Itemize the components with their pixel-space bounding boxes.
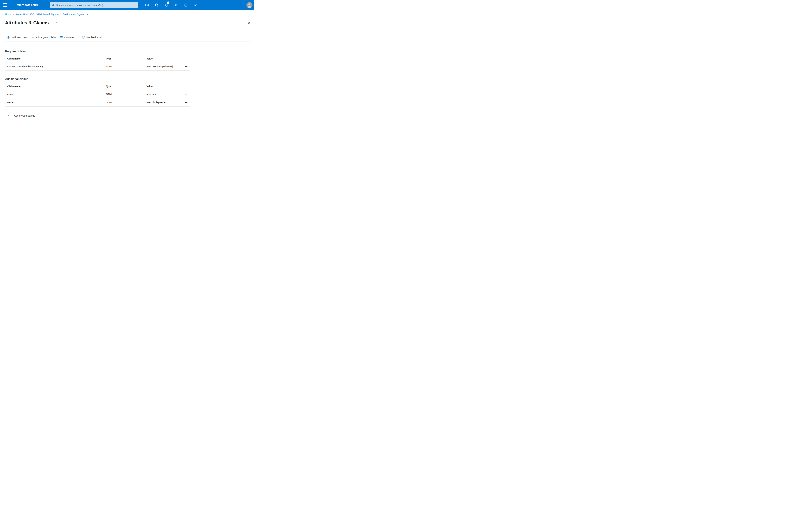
advanced-settings-label: Advanced settings — [14, 114, 35, 117]
svg-text:?: ? — [185, 4, 186, 6]
topbar-icon-group: 6 ? — [144, 2, 199, 8]
columns-button[interactable]: Columns — [60, 36, 74, 39]
add-new-claim-button[interactable]: Add new claim — [7, 36, 27, 39]
search-icon — [52, 4, 54, 6]
table-header-row: Claim name Type Value — [5, 85, 190, 90]
directory-filter-button[interactable] — [154, 2, 160, 8]
close-button[interactable] — [247, 21, 251, 25]
toolbar-divider — [78, 35, 79, 39]
feedback-button[interactable] — [193, 2, 199, 8]
breadcrumb-separator: > — [87, 13, 88, 16]
breadcrumb: Home > Azure SAML SSO | SAML-based Sign-… — [0, 10, 254, 16]
breadcrumb-separator: > — [60, 13, 61, 16]
claim-value-cell[interactable]: user.userprincipalname [... — [146, 65, 181, 68]
breadcrumb-link-home[interactable]: Home — [5, 13, 11, 16]
column-header-type: Type — [106, 85, 146, 88]
person-feedback-icon — [194, 3, 198, 7]
breadcrumb-link-saml-sso[interactable]: Azure SAML SSO | SAML-based Sign-on — [16, 13, 58, 16]
search-input[interactable] — [56, 4, 136, 7]
additional-claims-heading: Additional claims — [5, 77, 254, 81]
additional-claims-table: Claim name Type Value email SAML user.ma… — [5, 85, 190, 107]
column-header-value: Value — [146, 85, 181, 88]
notifications-button[interactable]: 6 — [164, 2, 169, 8]
plus-icon — [32, 36, 34, 39]
table-row: Unique User Identifier (Name ID) SAML us… — [5, 62, 190, 71]
claim-type-cell: SAML — [106, 93, 146, 96]
claim-name-cell[interactable]: email — [5, 93, 106, 96]
help-button[interactable]: ? — [183, 2, 189, 8]
page-context-menu-button[interactable]: ··· — [53, 22, 58, 24]
required-claims-table: Claim name Type Value Unique User Identi… — [5, 57, 190, 71]
avatar-silhouette — [246, 2, 253, 8]
row-actions-ellipsis-button[interactable]: ••• — [185, 65, 189, 68]
claim-name-cell[interactable]: Unique User Identifier (Name ID) — [5, 65, 106, 68]
column-header-claim-name: Claim name — [5, 57, 106, 60]
column-header-value: Value — [146, 57, 181, 60]
account-avatar[interactable] — [246, 2, 253, 8]
notification-badge: 6 — [167, 1, 169, 4]
gear-icon — [174, 3, 178, 7]
help-icon: ? — [184, 3, 188, 7]
cloud-shell-icon — [145, 3, 149, 7]
azure-brand-link[interactable]: Microsoft Azure — [17, 0, 39, 10]
row-actions-ellipsis-button[interactable]: ••• — [185, 92, 189, 96]
feedback-person-icon — [81, 35, 85, 39]
add-group-claim-label: Add a group claim — [36, 36, 56, 39]
claim-type-cell: SAML — [106, 101, 146, 104]
page-title: Attributes & Claims — [5, 20, 49, 26]
advanced-settings-toggle[interactable]: Advanced settings — [5, 114, 36, 117]
got-feedback-label: Got feedback? — [87, 36, 103, 39]
global-search-box — [50, 2, 138, 8]
claim-value-cell[interactable]: user.mail — [146, 93, 181, 96]
claim-value-cell[interactable]: user.displayname — [146, 101, 181, 104]
add-new-claim-label: Add new claim — [11, 36, 27, 39]
column-header-claim-name: Claim name — [5, 85, 106, 88]
columns-icon — [60, 36, 63, 38]
command-bar: Add new claim Add a group claim Columns … — [0, 33, 254, 41]
chevron-down-icon — [8, 115, 10, 116]
toolbar-rule — [5, 41, 250, 42]
cloud-shell-button[interactable] — [144, 2, 150, 8]
hamburger-icon — [3, 3, 7, 4]
close-icon — [248, 22, 251, 24]
columns-label: Columns — [64, 36, 74, 39]
table-row: name SAML user.displayname ••• — [5, 98, 190, 107]
got-feedback-button[interactable]: Got feedback? — [81, 35, 103, 39]
hamburger-menu-button[interactable] — [3, 3, 8, 7]
table-header-row: Claim name Type Value — [5, 57, 190, 62]
plus-icon — [7, 36, 10, 39]
add-group-claim-button[interactable]: Add a group claim — [32, 36, 56, 39]
breadcrumb-link-saml-signon[interactable]: SAML-based Sign-on — [63, 13, 85, 16]
breadcrumb-separator: > — [13, 13, 14, 16]
directory-filter-icon — [155, 3, 158, 7]
row-actions-ellipsis-button[interactable]: ••• — [185, 101, 189, 104]
claim-type-cell: SAML — [106, 65, 146, 68]
settings-button[interactable] — [173, 2, 179, 8]
azure-top-bar: Microsoft Azure — [0, 0, 254, 10]
column-header-type: Type — [106, 57, 146, 60]
claim-name-cell[interactable]: name — [5, 101, 106, 104]
table-row: email SAML user.mail ••• — [5, 90, 190, 98]
page-header: Attributes & Claims ··· — [5, 20, 254, 26]
required-claim-heading: Required claim — [5, 50, 254, 53]
